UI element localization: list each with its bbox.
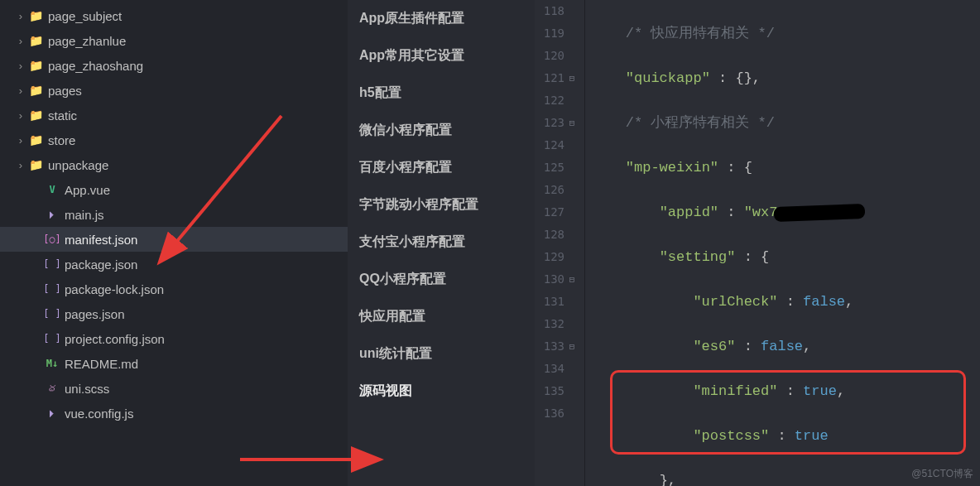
folder-icon: 📁 (26, 9, 45, 22)
file-tree-item[interactable]: [ ]pages.json (0, 301, 348, 326)
file-tree-item[interactable]: ⏵main.js (0, 202, 348, 227)
chevron-right-icon: › (15, 84, 26, 97)
line-number: 125 (535, 156, 576, 179)
file-label: main.js (65, 208, 104, 222)
line-number: 129 (535, 246, 576, 268)
line-number: 123⊟ (535, 112, 576, 134)
config-section-item[interactable]: 源码视图 (348, 373, 535, 410)
fold-icon[interactable]: ⊟ (568, 112, 576, 134)
file-label: pages (48, 84, 82, 98)
file-tree-item[interactable]: ›📁page_subject (0, 3, 348, 28)
chevron-right-icon: › (15, 35, 26, 47)
code-comment: /* (626, 26, 651, 41)
config-section-item[interactable]: h5配置 (348, 75, 535, 112)
line-number: 122 (535, 89, 576, 112)
config-section-item[interactable]: App常用其它设置 (348, 37, 535, 75)
file-label: uni.scss (65, 382, 109, 396)
file-label: page_subject (48, 9, 122, 23)
file-tree-item[interactable]: [ ]package.json (0, 252, 348, 277)
config-section-item[interactable]: 微信小程序配置 (348, 112, 535, 149)
line-number: 121⊟ (535, 67, 576, 89)
line-number: 126 (535, 179, 576, 201)
config-section-item[interactable]: 支付宝小程序配置 (348, 224, 535, 261)
line-number-gutter: 118119120121⊟122123⊟12412512612712812913… (535, 0, 584, 486)
json-icon: [ ] (43, 308, 61, 320)
json-key: "quickapp" (626, 70, 710, 86)
folder-icon: 📁 (26, 34, 45, 47)
md-icon: M↓ (43, 358, 61, 369)
watermark: @51CTO博客 (911, 467, 973, 481)
file-label: pages.json (65, 307, 125, 321)
file-label: manifest.json (65, 233, 137, 247)
chevron-right-icon: › (15, 109, 26, 122)
chevron-right-icon: › (15, 134, 26, 147)
file-tree-item[interactable]: ›📁page_zhanlue (0, 28, 348, 53)
json-icon: [ ] (43, 333, 61, 344)
json-key: "appid" (660, 205, 718, 220)
code-editor[interactable]: /* 快应用特有相关 */ "quickapp" : {}, /* 小程序特有相… (584, 0, 980, 486)
file-tree-item[interactable]: VApp.vue (0, 177, 348, 202)
file-tree-item[interactable]: [○]manifest.json (0, 227, 348, 252)
fold-icon[interactable]: ⊟ (568, 67, 576, 89)
line-number: 130⊟ (535, 268, 576, 291)
file-label: project.config.json (65, 332, 165, 346)
json-icon: [ ] (43, 258, 61, 270)
manifest-icon: [○] (43, 233, 61, 245)
scss-icon: ఠ (43, 382, 61, 395)
file-tree-item[interactable]: ›📁unpackage (0, 152, 348, 177)
code-comment: /* 小程序特有相关 */ (626, 115, 775, 131)
line-number: 120 (535, 45, 576, 67)
line-number: 124 (535, 134, 576, 156)
file-label: vue.config.js (65, 407, 133, 421)
file-tree-item[interactable]: [ ]package-lock.json (0, 277, 348, 301)
json-key: "es6" (693, 339, 735, 354)
config-section-item[interactable]: 快应用配置 (348, 298, 535, 335)
chevron-right-icon: › (15, 10, 26, 22)
file-tree-item[interactable]: ›📁page_zhaoshang (0, 53, 348, 78)
file-label: static (48, 108, 77, 123)
file-tree-item[interactable]: ›📁static (0, 103, 348, 128)
fold-icon[interactable]: ⊟ (568, 335, 576, 358)
folder-icon: 📁 (26, 108, 45, 122)
config-section-item[interactable]: App原生插件配置 (348, 0, 535, 37)
line-number: 118 (535, 0, 576, 22)
config-section-item[interactable]: uni统计配置 (348, 335, 535, 373)
folder-icon: 📁 (26, 84, 45, 97)
manifest-config-panel: App原生插件配置App常用其它设置h5配置微信小程序配置百度小程序配置字节跳动… (348, 0, 535, 486)
json-key: "minified" (693, 383, 777, 399)
file-label: package.json (65, 257, 137, 272)
json-key: "mp-weixin" (626, 160, 718, 176)
line-number: 136 (535, 402, 576, 425)
file-label: unpackage (48, 158, 108, 172)
js-icon: ⏵ (43, 209, 61, 220)
file-label: App.vue (65, 183, 110, 197)
line-number: 119 (535, 22, 576, 45)
file-label: package-lock.json (65, 282, 164, 296)
line-number: 128 (535, 224, 576, 246)
line-number: 132 (535, 313, 576, 335)
line-number: 133⊟ (535, 335, 576, 358)
folder-icon: 📁 (26, 59, 45, 72)
config-section-item[interactable]: QQ小程序配置 (348, 261, 535, 298)
file-tree-item[interactable]: ⏵vue.config.js (0, 401, 348, 426)
config-section-item[interactable]: 百度小程序配置 (348, 149, 535, 186)
file-tree-item[interactable]: ›📁pages (0, 78, 348, 103)
chevron-right-icon: › (15, 60, 26, 72)
json-key: "setting" (660, 249, 736, 265)
file-tree-item[interactable]: ఠuni.scss (0, 376, 348, 401)
json-key: "postcss" (693, 428, 769, 444)
file-tree-item[interactable]: M↓README.md (0, 351, 348, 376)
line-number: 127 (535, 201, 576, 224)
line-number: 131 (535, 291, 576, 313)
fold-icon[interactable]: ⊟ (568, 268, 576, 291)
folder-red-icon: 📁 (26, 158, 45, 171)
folder-icon: 📁 (26, 133, 45, 147)
chevron-right-icon: › (15, 159, 26, 171)
file-label: store (48, 133, 75, 147)
file-tree-item[interactable]: [ ]project.config.json (0, 326, 348, 351)
config-section-item[interactable]: 字节跳动小程序配置 (348, 186, 535, 224)
redacted-appid (774, 204, 866, 222)
file-label: page_zhaoshang (48, 59, 143, 73)
json-icon: [ ] (43, 283, 61, 295)
file-tree-item[interactable]: ›📁store (0, 128, 348, 152)
